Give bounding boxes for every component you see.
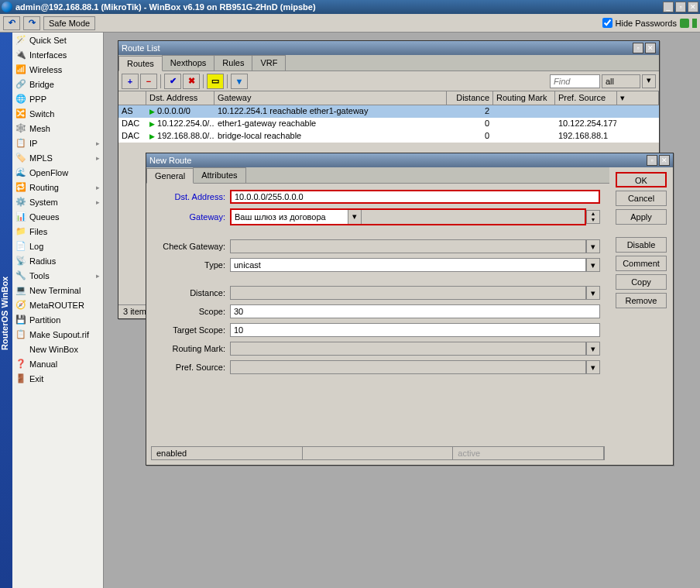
sidebar-item-bridge[interactable]: 🔗Bridge: [12, 77, 103, 91]
tab-routes[interactable]: Routes: [118, 56, 163, 71]
route-list-restore-button[interactable]: ▫: [633, 43, 643, 53]
supout-icon: 📋: [15, 329, 26, 340]
scope-input[interactable]: [230, 304, 600, 318]
route-table-body: AS ▶ 0.0.0.0/0 10.122.254.1 reachable et…: [118, 105, 659, 143]
target-scope-input[interactable]: [230, 323, 600, 337]
col-gw[interactable]: Gateway: [214, 91, 447, 105]
sidebar-item-queues[interactable]: 📊Queues: [12, 209, 103, 224]
col-dist[interactable]: Distance: [447, 91, 493, 105]
pref-source-input[interactable]: [230, 360, 586, 374]
interfaces-icon: 🔌: [15, 50, 26, 60]
new-route-form: Dst. Address: Gateway: ▾ ▲▼: [146, 184, 609, 385]
remove-button[interactable]: Remove: [616, 293, 667, 308]
col-menu[interactable]: ▾: [617, 91, 659, 105]
route-list-close-button[interactable]: ✕: [645, 43, 656, 53]
distance-input[interactable]: [230, 286, 586, 300]
comment-button[interactable]: Comment: [616, 256, 667, 271]
gw-label: Gateway:: [156, 212, 225, 222]
sidebar-item-make-supout[interactable]: 📋Make Supout.rif: [12, 327, 103, 342]
bridge-icon: 🔗: [15, 79, 26, 90]
undo-button[interactable]: ↶: [3, 16, 20, 30]
sidebar-item-new-winbox[interactable]: New WinBox: [12, 342, 103, 356]
tab-rules[interactable]: Rules: [214, 55, 252, 70]
tab-nexthops[interactable]: Nexthops: [162, 55, 214, 70]
type-dropdown-button[interactable]: ▾: [586, 258, 600, 272]
metarouter-icon: 🧭: [15, 300, 26, 311]
hide-passwords-wrap[interactable]: Hide Passwords: [602, 18, 677, 28]
sidebar-item-system[interactable]: ⚙️System▸: [12, 194, 103, 209]
dst-address-input[interactable]: [230, 190, 600, 204]
minimize-button[interactable]: _: [663, 2, 674, 12]
check-gateway-expand-button[interactable]: ▾: [586, 239, 600, 253]
new-route-titlebar[interactable]: New Route ▫ ✕: [146, 153, 673, 167]
filter-button[interactable]: ▼: [231, 74, 248, 89]
sidebar-item-files[interactable]: 📁Files: [12, 224, 103, 239]
sidebar-item-interfaces[interactable]: 🔌Interfaces: [12, 47, 103, 62]
close-button[interactable]: ✕: [688, 2, 698, 12]
sidebar-item-new-terminal[interactable]: 💻New Terminal: [12, 283, 103, 297]
enable-button[interactable]: ✔: [164, 74, 181, 89]
route-list-titlebar[interactable]: Route List ▫ ✕: [118, 41, 659, 55]
col-dst[interactable]: Dst. Address: [146, 91, 214, 105]
sidebar-item-mpls[interactable]: 🏷️MPLS▸: [12, 150, 103, 165]
sidebar-item-partition[interactable]: 💾Partition: [12, 312, 103, 327]
table-row[interactable]: DAC ▶ 192.168.88.0/... bridge-local reac…: [118, 130, 659, 143]
disable-button[interactable]: Disable: [616, 237, 667, 253]
tab-general[interactable]: General: [146, 168, 194, 184]
safe-mode-button[interactable]: Safe Mode: [43, 16, 95, 30]
sidebar-item-ppp[interactable]: 🌐PPP: [12, 91, 103, 106]
routing-icon: 🔁: [15, 182, 26, 193]
sidebar-item-exit[interactable]: 🚪Exit: [12, 371, 103, 386]
sidebar-item-tools[interactable]: 🔧Tools▸: [12, 268, 103, 283]
submenu-icon: ▸: [96, 154, 100, 162]
new-route-restore-button[interactable]: ▫: [647, 155, 657, 166]
cancel-button[interactable]: Cancel: [616, 191, 667, 206]
distance-expand-button[interactable]: ▾: [586, 286, 600, 300]
check-gateway-input[interactable]: [230, 239, 586, 253]
gateway-dropdown-button[interactable]: ▾: [348, 210, 362, 224]
status-enabled: enabled: [152, 447, 303, 459]
find-input[interactable]: [550, 74, 600, 88]
table-row[interactable]: AS ▶ 0.0.0.0/0 10.122.254.1 reachable et…: [118, 105, 659, 118]
copy-button[interactable]: Copy: [616, 274, 667, 290]
filter-all-select[interactable]: all: [602, 74, 640, 88]
sidebar-item-quick-set[interactable]: 🪄Quick Set: [12, 33, 103, 47]
hide-passwords-checkbox[interactable]: [602, 18, 612, 28]
sidebar-item-manual[interactable]: ❓Manual: [12, 356, 103, 371]
tscope-label: Target Scope:: [156, 325, 225, 335]
wand-icon: 🪄: [15, 35, 26, 46]
apply-button[interactable]: Apply: [616, 209, 667, 225]
gateway-input[interactable]: [232, 210, 348, 224]
gateway-stepper[interactable]: ▲▼: [586, 210, 600, 224]
pref-source-expand-button[interactable]: ▾: [586, 360, 600, 374]
restore-button[interactable]: ▫: [675, 2, 686, 12]
type-input[interactable]: [230, 258, 586, 272]
sidebar-item-switch[interactable]: 🔀Switch: [12, 106, 103, 121]
remove-button[interactable]: −: [140, 74, 157, 89]
sidebar-item-log[interactable]: 📄Log: [12, 239, 103, 253]
filter-dropdown-button[interactable]: ▾: [642, 74, 656, 88]
redo-button[interactable]: ↷: [23, 16, 40, 30]
sidebar-item-ip[interactable]: 📋IP▸: [12, 136, 103, 150]
hide-passwords-label: Hide Passwords: [616, 19, 677, 28]
col-ps[interactable]: Pref. Source: [555, 91, 617, 105]
routing-mark-input[interactable]: [230, 342, 586, 356]
comment-button[interactable]: ▭: [207, 74, 224, 89]
new-route-close-button[interactable]: ✕: [659, 155, 670, 166]
add-button[interactable]: +: [122, 74, 139, 89]
disable-button[interactable]: ✖: [183, 74, 200, 89]
log-icon: 📄: [15, 241, 26, 252]
sidebar-item-wireless[interactable]: 📶Wireless: [12, 62, 103, 77]
tab-vrf[interactable]: VRF: [252, 55, 286, 70]
sidebar-item-openflow[interactable]: 🌊OpenFlow: [12, 165, 103, 180]
sidebar-item-mesh[interactable]: 🕸️Mesh: [12, 121, 103, 136]
routing-mark-expand-button[interactable]: ▾: [586, 342, 600, 356]
tab-attributes[interactable]: Attributes: [193, 167, 245, 183]
sidebar-item-radius[interactable]: 📡Radius: [12, 253, 103, 268]
sidebar-item-routing[interactable]: 🔁Routing▸: [12, 180, 103, 194]
col-rm[interactable]: Routing Mark: [493, 91, 555, 105]
sidebar-item-metarouter[interactable]: 🧭MetaROUTER: [12, 297, 103, 312]
table-row[interactable]: DAC ▶ 10.122.254.0/... ether1-gateway re…: [118, 118, 659, 130]
ok-button[interactable]: OK: [616, 172, 667, 187]
main-toolbar: ↶ ↷ Safe Mode Hide Passwords: [0, 14, 700, 33]
